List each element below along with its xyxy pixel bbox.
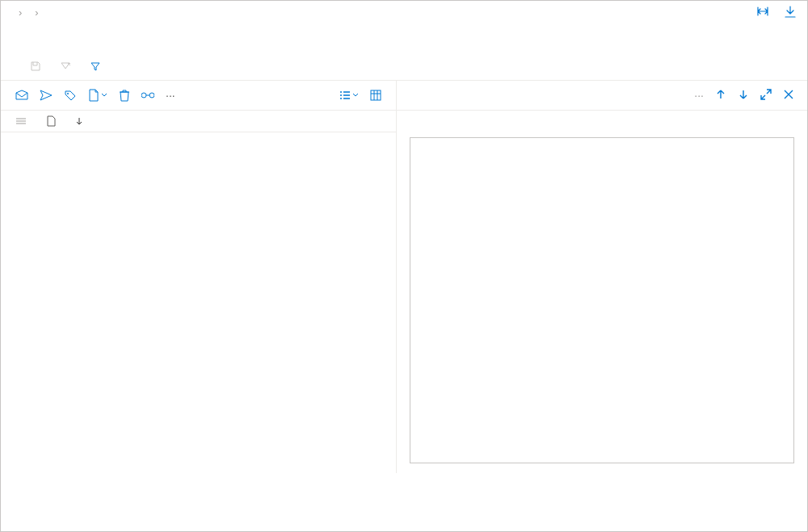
svg-point-0 (67, 93, 69, 94)
svg-rect-1 (371, 90, 381, 100)
arrow-down-icon[interactable] (738, 89, 749, 102)
column-options-icon[interactable] (370, 90, 381, 101)
send-icon[interactable] (40, 90, 53, 101)
new-item-icon[interactable] (88, 89, 107, 102)
breadcrumb: › › (12, 6, 45, 19)
expand-sides-icon[interactable] (755, 6, 770, 19)
remediate-icon[interactable] (141, 90, 154, 100)
arrow-up-icon[interactable] (715, 89, 726, 102)
page-title (1, 19, 807, 36)
expand-icon[interactable] (760, 89, 772, 102)
download-icon[interactable] (785, 6, 796, 19)
tag-icon[interactable] (64, 90, 77, 101)
column-type[interactable] (46, 115, 74, 127)
view-list-icon[interactable] (339, 90, 359, 100)
delete-icon[interactable] (119, 89, 130, 102)
reset-button[interactable] (60, 61, 75, 72)
more-icon[interactable]: ··· (166, 89, 175, 102)
chevron-right-icon: › (19, 6, 22, 19)
column-subject[interactable] (73, 117, 159, 125)
mark-read-icon[interactable] (15, 90, 28, 101)
message-source-panel (410, 137, 794, 463)
more-icon[interactable]: ··· (694, 89, 704, 102)
save-query-button[interactable] (30, 61, 45, 72)
close-icon[interactable] (783, 89, 794, 102)
chevron-right-icon: › (35, 6, 38, 19)
filters-button[interactable] (90, 61, 105, 72)
sort-down-icon (76, 117, 82, 125)
column-select[interactable] (15, 117, 46, 125)
